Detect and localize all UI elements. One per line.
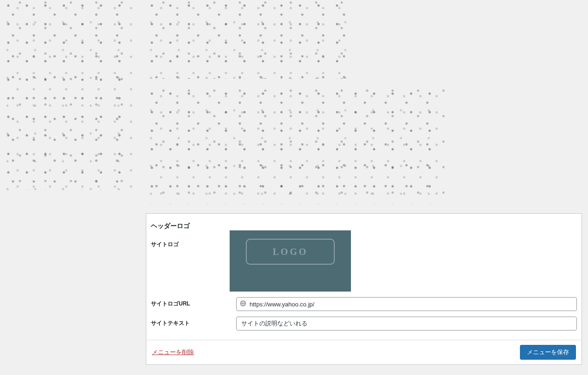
row-site-logo-url: サイトロゴURL bbox=[151, 297, 577, 311]
globe-icon bbox=[240, 300, 246, 308]
obscured-sidebar bbox=[5, 0, 134, 190]
site-logo-url-label: サイトロゴURL bbox=[151, 297, 236, 308]
site-logo-url-input[interactable] bbox=[236, 297, 577, 311]
obscured-mid-content bbox=[148, 88, 444, 204]
logo-placeholder: LOGO bbox=[246, 239, 335, 265]
save-menu-button[interactable]: メニューを保存 bbox=[520, 345, 576, 360]
site-text-input[interactable] bbox=[236, 317, 577, 331]
logo-preview[interactable]: LOGO bbox=[230, 230, 351, 292]
section-title: ヘッダーロゴ bbox=[151, 219, 577, 238]
site-text-label: サイトテキスト bbox=[151, 317, 236, 327]
delete-menu-link[interactable]: メニューを削除 bbox=[152, 348, 194, 356]
row-site-logo: サイトロゴ LOGO bbox=[151, 238, 577, 292]
header-logo-panel: ヘッダーロゴ サイトロゴ LOGO サイトロゴURL サイトテキスト bbox=[146, 213, 582, 365]
site-logo-label: サイトロゴ bbox=[151, 238, 236, 248]
panel-footer: メニューを削除 メニューを保存 bbox=[146, 340, 582, 364]
row-site-text: サイトテキスト bbox=[151, 317, 577, 331]
obscured-top-content bbox=[148, 0, 347, 79]
